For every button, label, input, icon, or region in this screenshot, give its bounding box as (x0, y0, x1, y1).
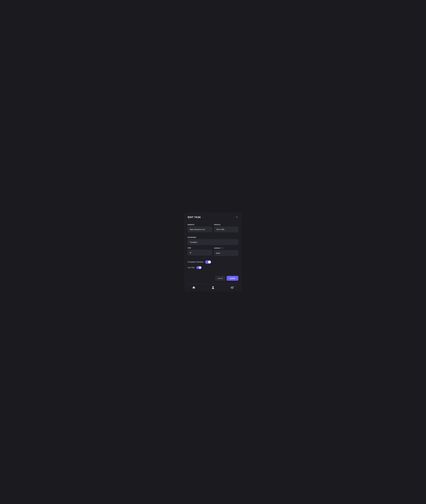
update-button[interactable]: update (227, 276, 238, 281)
variant-label-row: VARIANT i (214, 247, 238, 249)
size-label: SIZE (188, 247, 212, 249)
website-profile-row: WEBSITE PROFILE Test Profile Profile 2 P… (188, 224, 238, 235)
website-input[interactable] (188, 227, 212, 232)
size-variant-row: SIZE XS S M L XL XXL ⌄ VARIANT i (188, 247, 238, 258)
nav-profile[interactable] (212, 286, 214, 290)
info-icon[interactable]: i (221, 247, 223, 249)
complete-checkout-slider (205, 260, 211, 264)
profile-label: PROFILE (214, 224, 238, 225)
user-icon (212, 286, 214, 290)
cancel-button[interactable]: cancel (215, 276, 225, 281)
complete-checkout-row: Complete Checkout (188, 260, 238, 264)
modal-title: EDIT TASK (188, 216, 201, 219)
modal-header: EDIT TASK ✕ (184, 213, 242, 221)
modal-body: WEBSITE PROFILE Test Profile Profile 2 P… (184, 221, 242, 274)
size-select-wrapper: XS S M L XL XXL ⌄ (188, 250, 212, 255)
keywords-field-group: KEYWORDS (188, 237, 238, 245)
variant-field-group: VARIANT i (214, 247, 238, 256)
profile-field-group: PROFILE Test Profile Profile 2 Profile 3… (214, 224, 238, 232)
sliders-icon (231, 286, 234, 289)
website-field-group: WEBSITE (188, 224, 212, 232)
svg-point-0 (212, 286, 214, 288)
keywords-input[interactable] (188, 239, 238, 245)
any-size-label: Any Size (188, 267, 195, 269)
any-size-row: Any Size (188, 266, 238, 269)
close-button[interactable]: ✕ (235, 216, 238, 219)
complete-checkout-label: Complete Checkout (188, 261, 203, 263)
website-label: WEBSITE (188, 224, 212, 225)
profile-select[interactable]: Test Profile Profile 2 Profile 3 (214, 227, 238, 232)
profile-select-wrapper: Test Profile Profile 2 Profile 3 ⌄ (214, 227, 238, 232)
complete-checkout-toggle[interactable] (205, 260, 211, 264)
size-field-group: SIZE XS S M L XL XXL ⌄ (188, 247, 212, 256)
home-icon (192, 286, 195, 290)
svg-point-2 (233, 286, 234, 287)
keywords-label: KEYWORDS (188, 237, 238, 238)
nav-settings[interactable] (231, 286, 234, 289)
any-size-toggle[interactable] (197, 266, 202, 269)
variant-label: VARIANT (214, 247, 220, 249)
svg-point-4 (231, 287, 231, 288)
edit-task-modal: EDIT TASK ✕ WEBSITE PROFILE Test Profile… (184, 213, 242, 291)
svg-rect-3 (232, 287, 234, 288)
nav-home[interactable] (192, 286, 195, 290)
bottom-nav (184, 284, 242, 291)
svg-point-6 (233, 288, 233, 289)
variant-input[interactable] (214, 250, 238, 256)
modal-footer: cancel update (184, 274, 242, 284)
svg-rect-1 (231, 287, 233, 287)
any-size-slider (197, 266, 202, 269)
svg-rect-5 (231, 288, 232, 289)
size-select[interactable]: XS S M L XL XXL (188, 250, 212, 255)
